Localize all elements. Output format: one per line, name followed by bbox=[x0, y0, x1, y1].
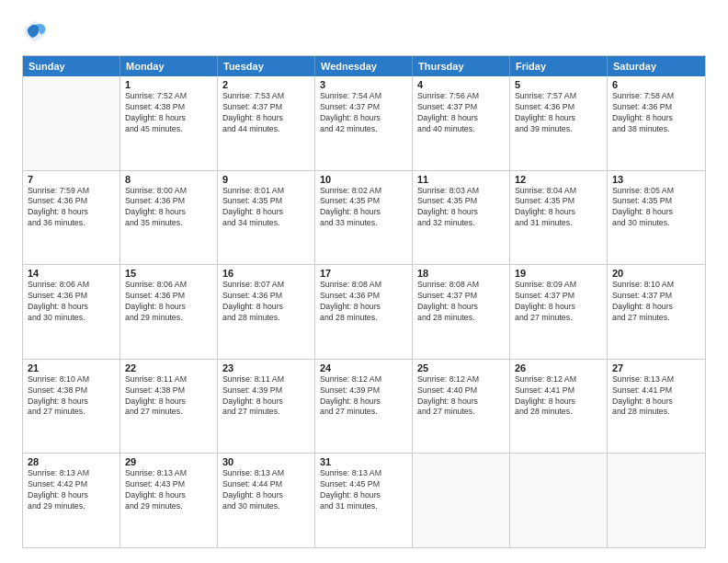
cell-info: Sunrise: 7:52 AM Sunset: 4:38 PM Dayligh… bbox=[125, 91, 212, 135]
cell-info: Sunrise: 8:06 AM Sunset: 4:36 PM Dayligh… bbox=[28, 280, 115, 324]
cell-info: Sunrise: 8:13 AM Sunset: 4:44 PM Dayligh… bbox=[222, 468, 310, 512]
day-number: 11 bbox=[417, 174, 505, 185]
calendar-cell: 9Sunrise: 8:01 AM Sunset: 4:35 PM Daylig… bbox=[218, 171, 315, 265]
calendar-cell bbox=[510, 454, 608, 547]
calendar-cell: 10Sunrise: 8:02 AM Sunset: 4:35 PM Dayli… bbox=[315, 171, 413, 265]
calendar-cell: 26Sunrise: 8:12 AM Sunset: 4:41 PM Dayli… bbox=[510, 360, 608, 454]
day-number: 20 bbox=[612, 268, 700, 279]
day-number: 22 bbox=[125, 362, 212, 373]
cell-info: Sunrise: 7:58 AM Sunset: 4:36 PM Dayligh… bbox=[612, 91, 700, 135]
cell-info: Sunrise: 7:59 AM Sunset: 4:36 PM Dayligh… bbox=[28, 186, 115, 230]
cell-info: Sunrise: 8:08 AM Sunset: 4:36 PM Dayligh… bbox=[320, 280, 407, 324]
cell-info: Sunrise: 8:01 AM Sunset: 4:35 PM Dayligh… bbox=[222, 186, 310, 230]
calendar: SundayMondayTuesdayWednesdayThursdayFrid… bbox=[22, 55, 706, 548]
weekday-header: Wednesday bbox=[315, 56, 413, 76]
calendar-cell: 3Sunrise: 7:54 AM Sunset: 4:37 PM Daylig… bbox=[315, 76, 413, 170]
calendar-cell: 11Sunrise: 8:03 AM Sunset: 4:35 PM Dayli… bbox=[413, 171, 510, 265]
cell-info: Sunrise: 8:05 AM Sunset: 4:35 PM Dayligh… bbox=[612, 186, 700, 230]
calendar-row: 7Sunrise: 7:59 AM Sunset: 4:36 PM Daylig… bbox=[23, 170, 705, 265]
cell-info: Sunrise: 8:10 AM Sunset: 4:38 PM Dayligh… bbox=[28, 374, 115, 419]
calendar-cell: 1Sunrise: 7:52 AM Sunset: 4:38 PM Daylig… bbox=[120, 76, 218, 170]
cell-info: Sunrise: 8:08 AM Sunset: 4:37 PM Dayligh… bbox=[417, 280, 505, 324]
day-number: 7 bbox=[28, 174, 115, 185]
calendar-cell: 14Sunrise: 8:06 AM Sunset: 4:36 PM Dayli… bbox=[23, 265, 120, 359]
cell-info: Sunrise: 8:12 AM Sunset: 4:41 PM Dayligh… bbox=[515, 374, 602, 419]
day-number: 17 bbox=[320, 268, 407, 279]
day-number: 27 bbox=[612, 362, 700, 373]
cell-info: Sunrise: 8:09 AM Sunset: 4:37 PM Dayligh… bbox=[515, 280, 602, 324]
day-number: 26 bbox=[515, 362, 602, 373]
day-number: 8 bbox=[125, 174, 212, 185]
day-number: 14 bbox=[28, 268, 115, 279]
weekday-header: Friday bbox=[510, 56, 608, 76]
weekday-header: Monday bbox=[120, 56, 218, 76]
calendar-cell: 25Sunrise: 8:12 AM Sunset: 4:40 PM Dayli… bbox=[413, 360, 510, 454]
calendar-body: 1Sunrise: 7:52 AM Sunset: 4:38 PM Daylig… bbox=[23, 76, 705, 547]
calendar-row: 14Sunrise: 8:06 AM Sunset: 4:36 PM Dayli… bbox=[23, 264, 705, 359]
weekday-header: Tuesday bbox=[218, 56, 315, 76]
calendar-cell bbox=[608, 454, 705, 547]
cell-info: Sunrise: 8:13 AM Sunset: 4:43 PM Dayligh… bbox=[125, 468, 212, 512]
day-number: 28 bbox=[28, 456, 115, 467]
calendar-cell bbox=[413, 454, 510, 547]
calendar-cell: 22Sunrise: 8:11 AM Sunset: 4:38 PM Dayli… bbox=[120, 360, 218, 454]
day-number: 23 bbox=[222, 362, 310, 373]
calendar-cell: 15Sunrise: 8:06 AM Sunset: 4:36 PM Dayli… bbox=[120, 265, 218, 359]
weekday-header: Sunday bbox=[23, 56, 120, 76]
day-number: 21 bbox=[28, 362, 115, 373]
calendar-cell: 21Sunrise: 8:10 AM Sunset: 4:38 PM Dayli… bbox=[23, 360, 120, 454]
cell-info: Sunrise: 8:07 AM Sunset: 4:36 PM Dayligh… bbox=[222, 280, 310, 324]
day-number: 29 bbox=[125, 456, 212, 467]
day-number: 12 bbox=[515, 174, 602, 185]
day-number: 31 bbox=[320, 456, 407, 467]
cell-info: Sunrise: 7:54 AM Sunset: 4:37 PM Dayligh… bbox=[320, 91, 407, 135]
calendar-header: SundayMondayTuesdayWednesdayThursdayFrid… bbox=[23, 56, 705, 76]
day-number: 19 bbox=[515, 268, 602, 279]
cell-info: Sunrise: 8:03 AM Sunset: 4:35 PM Dayligh… bbox=[417, 186, 505, 230]
calendar-cell: 13Sunrise: 8:05 AM Sunset: 4:35 PM Dayli… bbox=[608, 171, 705, 265]
calendar-cell: 2Sunrise: 7:53 AM Sunset: 4:37 PM Daylig… bbox=[218, 76, 315, 170]
calendar-cell: 28Sunrise: 8:13 AM Sunset: 4:42 PM Dayli… bbox=[23, 454, 120, 547]
day-number: 10 bbox=[320, 174, 407, 185]
cell-info: Sunrise: 7:56 AM Sunset: 4:37 PM Dayligh… bbox=[417, 91, 505, 135]
weekday-header: Thursday bbox=[413, 56, 510, 76]
cell-info: Sunrise: 8:06 AM Sunset: 4:36 PM Dayligh… bbox=[125, 280, 212, 324]
day-number: 16 bbox=[222, 268, 310, 279]
calendar-cell: 18Sunrise: 8:08 AM Sunset: 4:37 PM Dayli… bbox=[413, 265, 510, 359]
cell-info: Sunrise: 8:11 AM Sunset: 4:39 PM Dayligh… bbox=[222, 374, 310, 419]
calendar-cell: 24Sunrise: 8:12 AM Sunset: 4:39 PM Dayli… bbox=[315, 360, 413, 454]
day-number: 5 bbox=[515, 79, 602, 90]
day-number: 18 bbox=[417, 268, 505, 279]
calendar-cell: 29Sunrise: 8:13 AM Sunset: 4:43 PM Dayli… bbox=[120, 454, 218, 547]
day-number: 6 bbox=[612, 79, 700, 90]
day-number: 13 bbox=[612, 174, 700, 185]
day-number: 15 bbox=[125, 268, 212, 279]
day-number: 2 bbox=[222, 79, 310, 90]
logo-icon bbox=[22, 18, 48, 44]
day-number: 1 bbox=[125, 79, 212, 90]
logo bbox=[22, 18, 51, 44]
calendar-cell: 7Sunrise: 7:59 AM Sunset: 4:36 PM Daylig… bbox=[23, 171, 120, 265]
cell-info: Sunrise: 8:10 AM Sunset: 4:37 PM Dayligh… bbox=[612, 280, 700, 324]
calendar-cell: 8Sunrise: 8:00 AM Sunset: 4:36 PM Daylig… bbox=[120, 171, 218, 265]
cell-info: Sunrise: 7:53 AM Sunset: 4:37 PM Dayligh… bbox=[222, 91, 310, 135]
calendar-row: 1Sunrise: 7:52 AM Sunset: 4:38 PM Daylig… bbox=[23, 76, 705, 170]
header bbox=[22, 18, 706, 44]
calendar-row: 21Sunrise: 8:10 AM Sunset: 4:38 PM Dayli… bbox=[23, 359, 705, 454]
weekday-header: Saturday bbox=[608, 56, 705, 76]
calendar-cell: 16Sunrise: 8:07 AM Sunset: 4:36 PM Dayli… bbox=[218, 265, 315, 359]
calendar-cell: 31Sunrise: 8:13 AM Sunset: 4:45 PM Dayli… bbox=[315, 454, 413, 547]
cell-info: Sunrise: 7:57 AM Sunset: 4:36 PM Dayligh… bbox=[515, 91, 602, 135]
cell-info: Sunrise: 8:04 AM Sunset: 4:35 PM Dayligh… bbox=[515, 186, 602, 230]
calendar-cell: 6Sunrise: 7:58 AM Sunset: 4:36 PM Daylig… bbox=[608, 76, 705, 170]
calendar-cell: 30Sunrise: 8:13 AM Sunset: 4:44 PM Dayli… bbox=[218, 454, 315, 547]
calendar-cell: 5Sunrise: 7:57 AM Sunset: 4:36 PM Daylig… bbox=[510, 76, 608, 170]
day-number: 30 bbox=[222, 456, 310, 467]
calendar-row: 28Sunrise: 8:13 AM Sunset: 4:42 PM Dayli… bbox=[23, 453, 705, 547]
calendar-cell: 17Sunrise: 8:08 AM Sunset: 4:36 PM Dayli… bbox=[315, 265, 413, 359]
cell-info: Sunrise: 8:12 AM Sunset: 4:40 PM Dayligh… bbox=[417, 374, 505, 419]
day-number: 24 bbox=[320, 362, 407, 373]
day-number: 25 bbox=[417, 362, 505, 373]
day-number: 4 bbox=[417, 79, 505, 90]
cell-info: Sunrise: 8:13 AM Sunset: 4:45 PM Dayligh… bbox=[320, 468, 407, 512]
